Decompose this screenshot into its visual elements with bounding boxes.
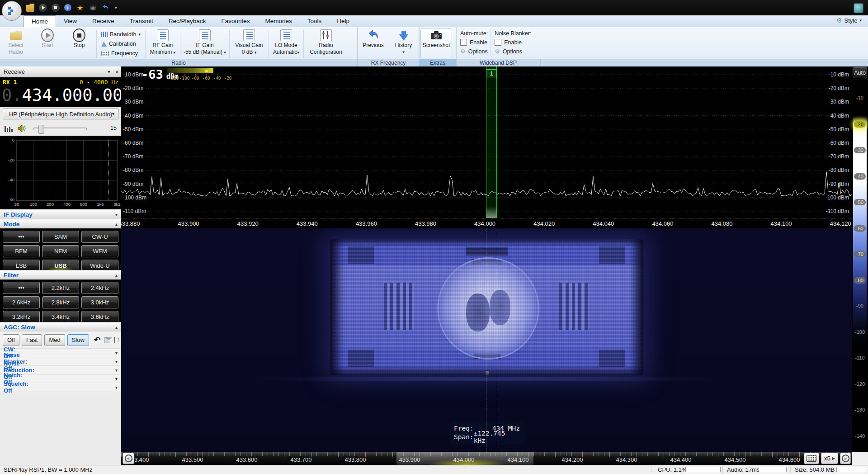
rx-channel-marker[interactable]: 1 [486,69,497,78]
color-scale-label: -30 [852,147,868,153]
start-button[interactable]: Start [33,28,62,58]
filter-button-3-6khz[interactable]: 3.6kHz [81,311,118,323]
filter-button-2-6khz[interactable]: 2.6kHz [3,296,40,308]
visual-gain-button[interactable]: Visual Gain 0 dB ▾ [232,28,266,58]
spectrum-display[interactable]: -63dBm -120-100-80-60-40-20 -10 dBm-20 d… [121,66,852,228]
agc-button-slow[interactable]: Slow [67,334,89,346]
section-header-agc[interactable]: AGC: Slow ▴ [0,322,121,332]
tab-help[interactable]: Help [329,15,357,27]
previous-button[interactable]: Previous [359,28,387,58]
ribbon-tabs: HomeViewReceiveTransmitRec/PlaybackFavou… [24,15,357,27]
qat-customize-icon[interactable]: ▾ [115,5,117,10]
mode-button-sam[interactable]: SAM [42,231,79,243]
filter-button-2-8khz[interactable]: 2.8kHz [42,296,79,308]
filter-button--[interactable]: ••• [3,282,40,294]
band-scale-label: 434.600 [779,456,800,463]
send-icon[interactable] [104,337,109,343]
volume-slider-thumb[interactable] [38,125,44,134]
bandwidth-button[interactable]: Bandwidth ▾ [100,30,142,38]
select-radio-button[interactable]: Select Radio [1,28,31,58]
history-button[interactable]: History ▾ [389,28,418,58]
volume-slider[interactable] [33,128,87,130]
auto-scale-button[interactable]: Auto [853,67,867,78]
screenshot-icon[interactable] [89,4,97,12]
style-control[interactable]: ⚙ Style ▾ [836,17,862,24]
radio-configuration-button[interactable]: Radio Configuration [306,28,346,58]
application-menu-button[interactable] [2,1,22,21]
panel-close-icon[interactable]: × [113,68,121,76]
checkbox-icon[interactable] [460,39,467,46]
band-scale-label: 433.600 [236,456,258,463]
checkbox-icon[interactable] [495,39,501,46]
db-label: -60 dBm [829,140,849,146]
ribbon-tab-bar: HomeViewReceiveTransmitRec/PlaybackFavou… [0,15,868,28]
if-gain-button[interactable]: IF Gain -55 dB (Manual) ▾ [183,28,227,58]
app-logo-icon [8,6,16,14]
start-icon[interactable] [39,4,47,12]
color-gradient-strip[interactable] [853,80,867,449]
band-navigation-scale[interactable]: 433.400433.500433.600433.700433.800433.9… [121,452,852,465]
double-right-arrow-icon: » [842,455,849,462]
keyboard-entry-button[interactable] [804,453,819,464]
filter-button-3-2khz[interactable]: 3.2kHz [3,311,40,323]
rx-range-label: 0 - 4000 Hz [80,79,118,85]
mode-button-bfm[interactable]: BFM [3,245,40,257]
tab-tools[interactable]: Tools [300,15,330,27]
tab-view[interactable]: View [56,15,85,27]
section-header-if-display[interactable]: IF Display ▾ [0,209,121,219]
auto-mute-options[interactable]: ⚙ Options [460,47,488,55]
screenshot-button[interactable]: Screenshot [420,28,452,58]
speaker-icon[interactable] [17,124,27,135]
tab-receive[interactable]: Receive [85,15,122,27]
open-file-icon[interactable] [26,4,34,12]
waterfall-color-scale[interactable]: Auto -10-20-30-40-50-60-70-80-90-100-110… [852,66,868,452]
noise-blanker-options[interactable]: ⚙ Options [495,47,531,55]
panel-dropdown-icon[interactable]: ▼ [105,70,113,74]
undo-icon[interactable]: ↶ [94,335,100,345]
ribbon-group-radio: Select Radio Start Stop Bandwidth ▾ [0,27,357,59]
auto-mute-enable[interactable]: Enable [460,38,488,46]
rx-label: RX 1 [3,79,17,85]
mode-button--[interactable]: ••• [3,231,40,243]
favourites-icon[interactable]: ★ [76,4,84,12]
calibration-button[interactable]: Calibration [100,40,142,48]
rf-gain-button[interactable]: RF Gain Minimum ▾ [148,28,178,58]
undo-icon[interactable] [101,4,109,12]
mode-button-nfm[interactable]: NFM [42,245,79,257]
tab-memories[interactable]: Memories [257,15,299,27]
add-receiver-icon[interactable]: + [64,4,71,11]
stop-button[interactable]: Stop [64,28,94,58]
section-header-filter[interactable]: Filter ▴ [0,270,121,280]
stop-icon[interactable] [52,4,60,12]
tab-transmit[interactable]: Transmit [122,15,161,27]
mode-button-wfm[interactable]: WFM [81,245,118,257]
filter-button-2-2khz[interactable]: 2.2kHz [42,282,79,294]
agc-button-off[interactable]: Off [3,334,19,346]
lo-mode-button[interactable]: LO Mode Automatic▾ [271,28,301,58]
agc-button-med[interactable]: Med [44,334,65,346]
waterfall-display[interactable]: Freq:434 MHz Span:±122.745 kHz [121,228,852,452]
audio-device-dropdown[interactable]: HP (Périphérique High Definition Audio) … [3,109,118,119]
tab-home[interactable]: Home [24,15,56,27]
mode-button-cw-u[interactable]: CW-U [81,231,118,243]
zoom-button[interactable]: x5 ▶ [821,453,838,464]
scroll-right-button[interactable]: » [840,453,851,464]
filter-button-3-0khz[interactable]: 3.0kHz [81,296,118,308]
frequency-axis[interactable]: 433.880433.900433.920433.940433.960433.9… [121,218,852,229]
tab-favourites[interactable]: Favourites [213,15,257,27]
band-scale-label: 433.500 [182,456,203,463]
tab-rec-playback[interactable]: Rec/Playback [161,15,214,27]
rx-channel-band[interactable] [486,66,497,218]
tuned-frequency[interactable]: 0.434.000.000 [2,85,133,105]
frequency-button[interactable]: Frequency [100,49,142,57]
filter-button-3-4khz[interactable]: 3.4kHz [42,311,79,323]
section-header-mode[interactable]: Mode ▴ [0,219,121,228]
equalizer-icon[interactable] [5,125,13,132]
graph-icon[interactable] [114,337,118,343]
dsp-collapsed-list: CW: Off▾Noise Blanker: Off▾Noise Reducti… [0,348,121,391]
dsp-item-squelch[interactable]: Squelch: Off▾ [0,383,121,391]
filter-button-2-4khz[interactable]: 2.4kHz [81,282,118,294]
agc-button-fast[interactable]: Fast [22,334,42,346]
noise-blanker-enable[interactable]: Enable [495,38,531,46]
scroll-left-button[interactable]: « [123,453,134,464]
